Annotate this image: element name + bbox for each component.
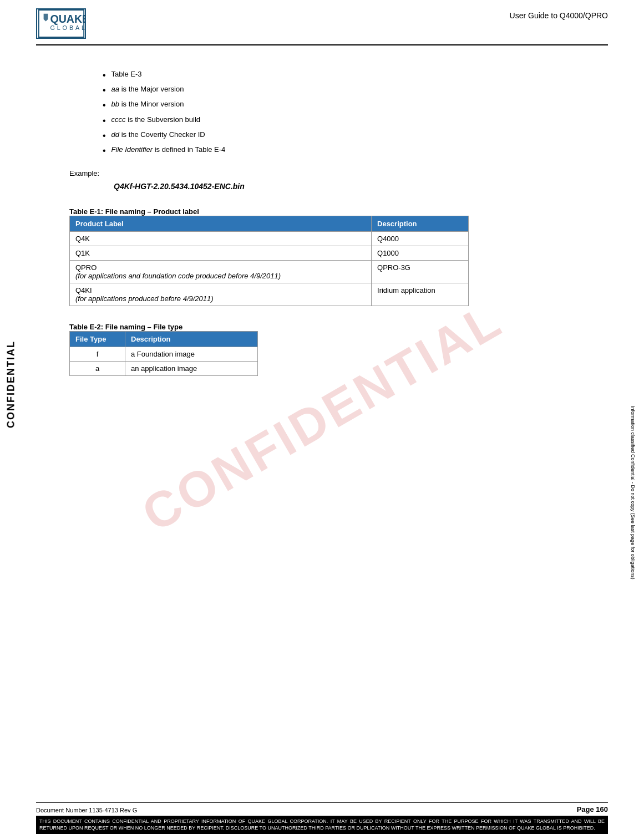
table-row: Q1K Q1000: [70, 246, 469, 261]
cell-product: Q4KI (for applications produced before 4…: [70, 283, 372, 306]
list-item: File Identifier is defined in Table E-4: [103, 143, 575, 158]
cell-product: Q4K: [70, 232, 372, 246]
logo-svg: QUAKE GLOBAL: [38, 9, 85, 38]
header-title: User Guide to Q4000/QPRO: [510, 8, 608, 20]
table-row: f a Foundation image: [70, 347, 258, 362]
list-item: aa is the Major version: [103, 83, 575, 98]
cell-desc: Q4000: [372, 232, 469, 246]
page-number: Page 160: [577, 805, 608, 813]
svg-text:QUAKE: QUAKE: [50, 13, 85, 25]
table-e1: Product Label Description Q4K Q4000 Q1K …: [69, 216, 469, 306]
page-footer: Document Number 1135-4713 Rev G Page 160…: [36, 802, 608, 834]
col-description: Description: [372, 216, 469, 232]
logo: QUAKE GLOBAL: [36, 8, 86, 39]
table-header-row: File Type Description: [70, 332, 258, 347]
example-label: Example:: [69, 169, 575, 177]
bullet-text: Table E-3: [111, 70, 142, 78]
cell-desc: QPRO-3G: [372, 261, 469, 283]
col-product-label: Product Label: [70, 216, 372, 232]
list-item: dd is the Coverity Checker ID: [103, 128, 575, 143]
footer-disclaimer: THIS DOCUMENT CONTAINS CONFIDENTIAL AND …: [36, 816, 608, 834]
table-e2-title: Table E-2: File naming – File type: [69, 323, 575, 331]
cell-desc: an application image: [125, 362, 258, 376]
bullet-text: aa is the Major version: [111, 85, 184, 93]
cell-desc: Q1000: [372, 246, 469, 261]
cell-product: QPRO (for applications and foundation co…: [70, 261, 372, 283]
table-row: QPRO (for applications and foundation co…: [70, 261, 469, 283]
doc-number: Document Number 1135-4713 Rev G: [36, 807, 137, 813]
svg-marker-1: [43, 14, 48, 22]
logo-box: QUAKE GLOBAL: [36, 8, 86, 39]
col-file-type: File Type: [70, 332, 125, 347]
main-content: Table E-3 aa is the Major version bb is …: [36, 57, 608, 393]
list-item: Table E-3: [103, 68, 575, 83]
table-header-row: Product Label Description: [70, 216, 469, 232]
table-e2: File Type Description f a Foundation ima…: [69, 331, 258, 376]
page-header: QUAKE GLOBAL User Guide to Q4000/QPRO: [36, 0, 608, 45]
cell-type: f: [70, 347, 125, 362]
bullet-text: File Identifier is defined in Table E-4: [111, 145, 226, 154]
list-item: cccc is the Subversion build: [103, 113, 575, 128]
table-row: Q4K Q4000: [70, 232, 469, 246]
cell-desc: a Foundation image: [125, 347, 258, 362]
example-code: Q4Kf-HGT-2.20.5434.10452-ENC.bin: [114, 182, 575, 191]
footer-top: Document Number 1135-4713 Rev G Page 160: [36, 803, 608, 816]
list-item: bb is the Minor version: [103, 98, 575, 113]
bullet-text: cccc is the Subversion build: [111, 115, 200, 124]
col-description: Description: [125, 332, 258, 347]
bullet-text: bb is the Minor version: [111, 100, 184, 108]
table-row: Q4KI (for applications produced before 4…: [70, 283, 469, 306]
cell-type: a: [70, 362, 125, 376]
cell-desc: Iridium application: [372, 283, 469, 306]
table-row: a an application image: [70, 362, 258, 376]
cell-product: Q1K: [70, 246, 372, 261]
confidential-left-label: CONFIDENTIAL: [6, 406, 17, 428]
table-e1-section: Table E-1: File naming – Product label P…: [69, 207, 575, 306]
table-e2-section: Table E-2: File naming – File type File …: [69, 323, 575, 376]
bullet-text: dd is the Coverity Checker ID: [111, 130, 205, 139]
table-e1-title: Table E-1: File naming – Product label: [69, 207, 575, 216]
svg-text:GLOBAL: GLOBAL: [50, 24, 85, 31]
classification-right-label: Information classified Confidential - Do…: [630, 406, 636, 428]
bullet-list: Table E-3 aa is the Major version bb is …: [103, 68, 575, 158]
